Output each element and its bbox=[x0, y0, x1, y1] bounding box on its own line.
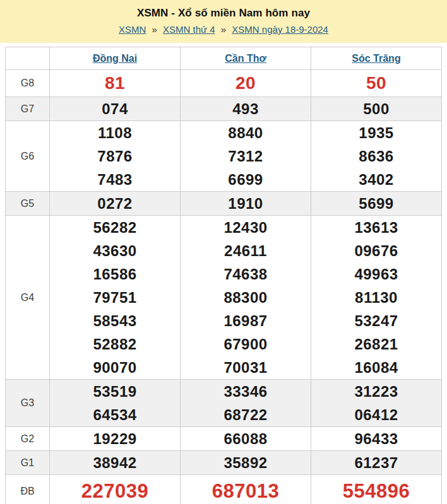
prize-number: 52882 bbox=[50, 332, 180, 356]
prize-cell: 3334668722 bbox=[181, 380, 311, 427]
prize-row-đb: ĐB227039687013554896 bbox=[6, 475, 442, 504]
prize-cell: 884073126699 bbox=[181, 121, 311, 192]
prize-cell: 96433 bbox=[311, 427, 442, 451]
prize-cell: 074 bbox=[50, 97, 181, 121]
prize-label: G7 bbox=[6, 97, 50, 121]
prize-number: 66088 bbox=[181, 427, 311, 450]
prize-number: 493 bbox=[181, 97, 311, 120]
page-header: XSMN - Xổ số miền Nam hôm nay XSMN » XSM… bbox=[0, 0, 447, 43]
lottery-results-page: XSMN - Xổ số miền Nam hôm nay XSMN » XSM… bbox=[0, 0, 447, 504]
prize-number: 7483 bbox=[50, 168, 180, 191]
prize-number: 09676 bbox=[311, 239, 441, 262]
prize-cell: 0272 bbox=[50, 192, 181, 216]
prize-cell: 13613096764996381130532472682116084 bbox=[311, 216, 442, 380]
prize-number: 81 bbox=[50, 70, 180, 97]
prize-number: 19229 bbox=[50, 427, 180, 450]
table-header-row: Đồng Nai Cần Thơ Sóc Trăng bbox=[6, 47, 442, 70]
page-title: XSMN - Xổ số miền Nam hôm nay bbox=[0, 7, 447, 20]
prize-cell: 56282436301658679751585435288290070 bbox=[50, 216, 181, 380]
prize-number: 26821 bbox=[311, 332, 441, 356]
prize-number: 7876 bbox=[50, 144, 180, 168]
breadcrumb-separator: » bbox=[152, 24, 157, 35]
prize-number: 7312 bbox=[181, 144, 311, 168]
prize-number: 5699 bbox=[311, 192, 441, 215]
prize-number: 49963 bbox=[311, 262, 441, 286]
prize-number: 88300 bbox=[181, 286, 311, 309]
column-header-soc-trang: Sóc Trăng bbox=[311, 47, 442, 70]
prize-number: 500 bbox=[311, 97, 441, 120]
prize-label: G8 bbox=[6, 70, 50, 97]
prize-label: G6 bbox=[6, 121, 50, 192]
prize-cell: 50 bbox=[311, 70, 442, 97]
prize-row-g5: G5027219105699 bbox=[6, 192, 442, 216]
prize-cell: 5351964534 bbox=[50, 380, 181, 427]
prize-number: 074 bbox=[50, 97, 180, 120]
prize-number: 53519 bbox=[50, 380, 180, 403]
prize-cell: 493 bbox=[181, 97, 311, 121]
prize-number: 12430 bbox=[181, 216, 311, 239]
prize-number: 1108 bbox=[50, 121, 180, 144]
prize-number: 79751 bbox=[50, 286, 180, 309]
prize-cell: 12430246117463888300169876790070031 bbox=[181, 216, 311, 380]
prize-number: 227039 bbox=[50, 475, 180, 504]
prize-number: 70031 bbox=[181, 356, 311, 379]
prize-label: ĐB bbox=[6, 475, 50, 504]
prize-label: G1 bbox=[6, 451, 50, 475]
prize-number: 67900 bbox=[181, 332, 311, 356]
prize-number: 38942 bbox=[50, 451, 180, 474]
prize-number: 53247 bbox=[311, 309, 441, 332]
province-link-can-tho[interactable]: Cần Thơ bbox=[225, 53, 266, 64]
prize-cell: 110878767483 bbox=[50, 121, 181, 192]
prize-cell: 5699 bbox=[311, 192, 442, 216]
prize-number: 43630 bbox=[50, 239, 180, 262]
prize-number: 61237 bbox=[311, 451, 441, 474]
province-link-soc-trang[interactable]: Sóc Trăng bbox=[352, 53, 400, 64]
prize-number: 1935 bbox=[311, 121, 441, 144]
prize-number: 6699 bbox=[181, 168, 311, 191]
prize-row-g4: G456282436301658679751585435288290070124… bbox=[6, 216, 442, 380]
prize-number: 56282 bbox=[50, 216, 180, 239]
prize-cell: 500 bbox=[311, 97, 442, 121]
prize-number: 0272 bbox=[50, 192, 180, 215]
prize-number: 3402 bbox=[311, 168, 441, 191]
breadcrumb-link-xsmn[interactable]: XSMN bbox=[119, 24, 146, 35]
prize-number: 33346 bbox=[181, 380, 311, 403]
prize-number: 8840 bbox=[181, 121, 311, 144]
prize-cell: 193586363402 bbox=[311, 121, 442, 192]
prize-number: 24611 bbox=[181, 239, 311, 262]
prize-number: 16084 bbox=[311, 356, 441, 379]
prize-row-g2: G2192296608896433 bbox=[6, 427, 442, 451]
column-header-can-tho: Cần Thơ bbox=[181, 47, 311, 70]
prize-number: 50 bbox=[311, 70, 441, 97]
prize-row-g7: G7074493500 bbox=[6, 97, 442, 121]
prize-label: G3 bbox=[6, 380, 50, 427]
prize-number: 20 bbox=[181, 70, 311, 97]
prize-number: 31223 bbox=[311, 380, 441, 403]
breadcrumb-link-xsmn-weekday[interactable]: XSMN thứ 4 bbox=[163, 24, 215, 35]
breadcrumb-separator: » bbox=[221, 24, 226, 35]
prize-number: 58543 bbox=[50, 309, 180, 332]
prize-cell: 227039 bbox=[50, 475, 181, 504]
prize-number: 8636 bbox=[311, 144, 441, 168]
prize-cell: 19229 bbox=[50, 427, 181, 451]
prize-cell: 3122306412 bbox=[311, 380, 442, 427]
prize-number: 96433 bbox=[311, 427, 441, 450]
prize-number: 06412 bbox=[311, 403, 441, 426]
prize-number: 16987 bbox=[181, 309, 311, 332]
prize-cell: 1910 bbox=[181, 192, 311, 216]
prize-cell: 38942 bbox=[50, 451, 181, 475]
breadcrumb-link-xsmn-date[interactable]: XSMN ngày 18-9-2024 bbox=[232, 24, 328, 35]
prize-number: 554896 bbox=[311, 475, 441, 504]
prize-cell: 35892 bbox=[181, 451, 311, 475]
column-header-dong-nai: Đồng Nai bbox=[50, 47, 181, 70]
province-link-dong-nai[interactable]: Đồng Nai bbox=[93, 53, 137, 64]
prize-number: 16586 bbox=[50, 262, 180, 286]
prize-number: 68722 bbox=[181, 403, 311, 426]
prize-number: 64534 bbox=[50, 403, 180, 426]
prize-number: 13613 bbox=[311, 216, 441, 239]
prize-row-g1: G1389423589261237 bbox=[6, 451, 442, 475]
prize-row-g3: G3535196453433346687223122306412 bbox=[6, 380, 442, 427]
breadcrumb: XSMN » XSMN thứ 4 » XSMN ngày 18-9-2024 bbox=[0, 24, 447, 35]
prize-label: G5 bbox=[6, 192, 50, 216]
lottery-results-table: Đồng Nai Cần Thơ Sóc Trăng G8812050G7074… bbox=[5, 47, 442, 504]
